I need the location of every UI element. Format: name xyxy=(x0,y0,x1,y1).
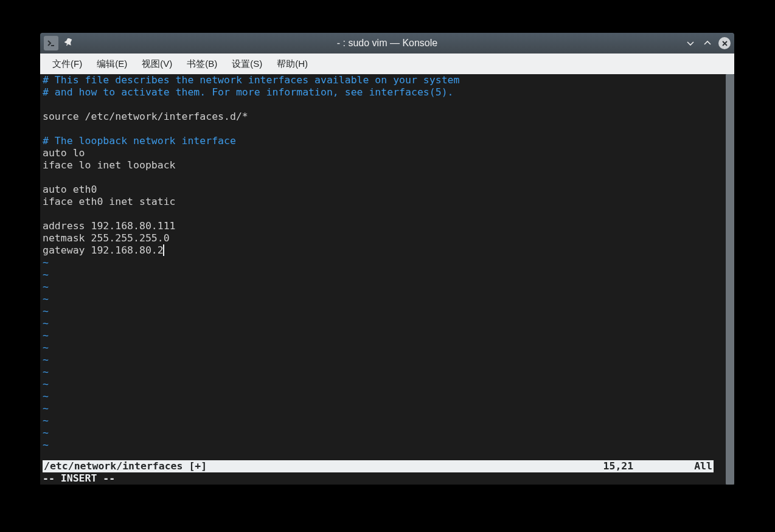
konsole-window: - : sudo vim — Konsole 文件(F) 编辑(E) 视图(V)… xyxy=(40,33,734,485)
vim-empty-line: ~ xyxy=(43,269,723,281)
minimize-button[interactable] xyxy=(684,37,697,49)
text-cursor xyxy=(163,244,164,256)
menu-settings[interactable]: 设置(S) xyxy=(224,55,269,74)
vim-empty-line: ~ xyxy=(43,415,723,427)
editor-line: auto eth0 xyxy=(43,184,723,196)
vim-empty-line: ~ xyxy=(43,330,723,342)
vim-empty-line: ~ xyxy=(43,439,723,451)
vim-empty-line: ~ xyxy=(43,366,723,378)
menubar: 文件(F) 编辑(E) 视图(V) 书签(B) 设置(S) 帮助(H) xyxy=(40,54,734,74)
editor-line: netmask 255.255.255.0 xyxy=(43,232,723,244)
vim-empty-line: ~ xyxy=(43,390,723,402)
editor-line: iface lo inet loopback xyxy=(43,159,723,171)
editor-line: iface eth0 inet static xyxy=(43,196,723,208)
status-cursor-position: 15,21 xyxy=(603,460,634,472)
window-title: - : sudo vim — Konsole xyxy=(337,38,437,49)
menu-edit[interactable]: 编辑(E) xyxy=(89,55,134,74)
terminal-area[interactable]: # This file describes the network interf… xyxy=(40,74,734,485)
menu-bookmarks[interactable]: 书签(B) xyxy=(179,55,224,74)
pin-icon[interactable] xyxy=(64,38,73,49)
editor-content[interactable]: # This file describes the network interf… xyxy=(40,74,726,485)
titlebar: - : sudo vim — Konsole xyxy=(40,33,734,54)
vim-empty-line: ~ xyxy=(43,257,723,269)
editor-line: gateway 192.168.80.2 xyxy=(43,244,723,257)
vim-empty-line: ~ xyxy=(43,342,723,354)
vim-empty-line: ~ xyxy=(43,378,723,390)
editor-line: auto lo xyxy=(43,147,723,159)
editor-line xyxy=(43,171,723,184)
vim-empty-line: ~ xyxy=(43,305,723,317)
close-button[interactable] xyxy=(718,37,731,49)
editor-line: # This file describes the network interf… xyxy=(43,74,723,86)
vim-status-line: /etc/network/interfaces [+] 15,21 All xyxy=(43,460,714,472)
vim-empty-line: ~ xyxy=(43,293,723,305)
editor-line xyxy=(43,123,723,135)
editor-line xyxy=(43,208,723,220)
vim-empty-line: ~ xyxy=(43,427,723,439)
status-filename: /etc/network/interfaces [+] xyxy=(44,460,207,472)
app-icon xyxy=(44,36,58,50)
editor-line: # The loopback network interface xyxy=(43,135,723,147)
window-controls xyxy=(684,37,731,49)
menu-help[interactable]: 帮助(H) xyxy=(269,55,315,74)
status-scroll-position: All xyxy=(694,460,712,472)
vim-empty-line: ~ xyxy=(43,281,723,293)
scrollbar-thumb[interactable] xyxy=(726,74,734,485)
menu-view[interactable]: 视图(V) xyxy=(134,55,179,74)
editor-line: # and how to activate them. For more inf… xyxy=(43,86,723,98)
scrollbar[interactable] xyxy=(726,74,734,485)
editor-line xyxy=(43,98,723,111)
vim-empty-line: ~ xyxy=(43,354,723,366)
vim-mode-line: -- INSERT -- xyxy=(43,472,115,485)
editor-line: source /etc/network/interfaces.d/* xyxy=(43,111,723,123)
vim-empty-line: ~ xyxy=(43,317,723,330)
maximize-button[interactable] xyxy=(701,37,714,49)
menu-file[interactable]: 文件(F) xyxy=(45,55,89,74)
editor-line: address 192.168.80.111 xyxy=(43,220,723,232)
vim-empty-line: ~ xyxy=(43,402,723,415)
